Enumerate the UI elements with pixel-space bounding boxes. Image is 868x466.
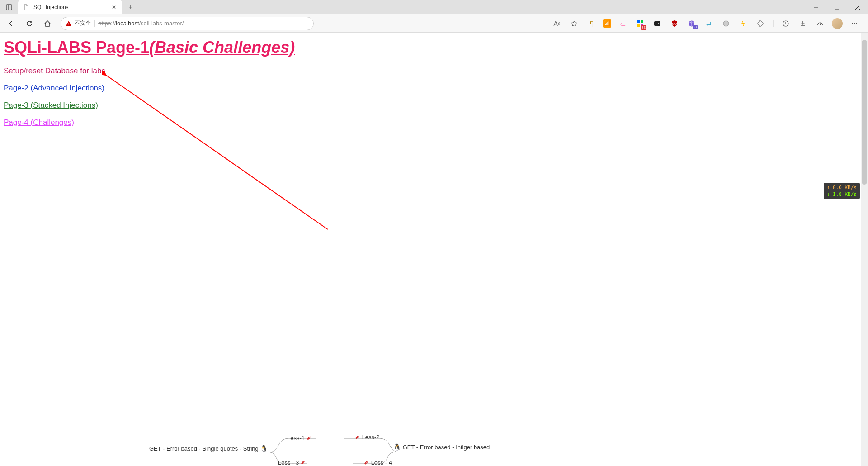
svg-rect-7	[637, 20, 640, 23]
title-bar: SQL Injections ✕ +	[0, 0, 868, 14]
home-button[interactable]	[40, 16, 55, 31]
svg-rect-11	[654, 21, 660, 26]
maximize-button[interactable]	[826, 0, 847, 14]
refresh-button[interactable]	[22, 16, 37, 31]
profile-avatar[interactable]	[832, 18, 843, 29]
pen-icon: ✒	[353, 433, 362, 442]
record-icon[interactable]	[721, 18, 731, 29]
page-title: SQLi-LABS Page-1(Basic Challenges)	[4, 37, 864, 58]
link-page3: Page-3 (Stacked Injections)	[4, 101, 864, 110]
history-icon[interactable]	[780, 18, 791, 29]
vertical-scrollbar[interactable]	[861, 33, 868, 466]
mindmap-node1-sub1: Less-1	[287, 435, 305, 442]
tab-actions-icon[interactable]	[0, 0, 18, 14]
svg-point-13	[658, 23, 659, 24]
pen-icon: ✒	[299, 458, 308, 466]
link-setup-db-anchor[interactable]: Setup/reset Database for labs	[4, 67, 105, 75]
mindmap-node1-label: GET - Error based - Single quotes - Stri…	[149, 445, 259, 452]
back-button[interactable]	[4, 16, 19, 31]
svg-text:!: !	[68, 22, 70, 26]
page-content: SQLi-LABS Page-1(Basic Challenges) Setup…	[0, 33, 868, 466]
warning-icon: !	[66, 20, 72, 27]
svg-rect-3	[835, 5, 839, 10]
cat-icon[interactable]: ᓚ	[618, 18, 628, 29]
link-page2-anchor[interactable]: Page-2 (Advanced Injections)	[4, 84, 104, 92]
screenshot-icon[interactable]	[652, 18, 663, 29]
read-aloud-icon[interactable]: A))	[552, 18, 562, 29]
mindmap-node2-sub2: Less - 4	[371, 459, 392, 466]
link-page2: Page-2 (Advanced Injections)	[4, 84, 864, 93]
page-icon	[23, 4, 30, 11]
box-icon[interactable]: 8	[686, 18, 697, 29]
paragraph-icon[interactable]: ¶	[586, 18, 597, 29]
close-icon[interactable]: ✕	[110, 4, 118, 11]
svg-rect-0	[6, 5, 12, 10]
browser-tab[interactable]: SQL Injections ✕	[18, 0, 122, 14]
link-page4-anchor[interactable]: Page-4 (Challenges)	[4, 118, 74, 127]
close-window-button[interactable]	[847, 0, 868, 14]
penguin-icon: 🐧	[393, 443, 401, 451]
rss-icon[interactable]: 📶	[603, 19, 611, 28]
shield-icon[interactable]: uO	[669, 18, 680, 29]
mindmap-node1-sub2: Less - 3	[278, 459, 299, 466]
sync-icon[interactable]: ⇄	[703, 18, 714, 29]
svg-line-17	[105, 75, 328, 229]
svg-point-12	[656, 23, 656, 24]
tab-title: SQL Injections	[33, 4, 107, 10]
link-page3-anchor[interactable]: Page-3 (Stacked Injections)	[4, 101, 98, 109]
upload-speed: ↑ 0.0 KB/s	[827, 184, 857, 191]
pikachu-icon[interactable]: ϟ	[738, 18, 749, 29]
link-page4: Page-4 (Challenges)	[4, 118, 864, 127]
mindmap-overlay: GET - Error based - Single quotes - Stri…	[0, 425, 868, 466]
svg-text:uO: uO	[672, 22, 677, 26]
favorite-icon[interactable]	[569, 18, 580, 29]
downloads-icon[interactable]	[797, 18, 808, 29]
performance-icon[interactable]	[815, 18, 826, 29]
mindmap-node2-label: GET - Error based - Intiger based	[403, 444, 490, 451]
pen-icon: ✒	[362, 458, 371, 466]
more-icon[interactable]: ⋯	[849, 18, 860, 29]
svg-rect-9	[637, 24, 640, 27]
scroll-thumb[interactable]	[862, 40, 867, 185]
insecure-label: 不安全	[75, 19, 91, 27]
annotation-arrow	[102, 71, 337, 238]
network-speed-overlay: ↑ 0.0 KB/s ↓ 1.8 KB/s	[824, 183, 860, 199]
puzzle-badge-icon[interactable]: 33	[635, 18, 646, 29]
minimize-button[interactable]	[806, 0, 826, 14]
url-text: https://localhost/sqli-labs-master/	[98, 20, 184, 27]
svg-rect-8	[641, 20, 643, 23]
new-tab-button[interactable]: +	[124, 0, 137, 14]
svg-point-15	[723, 21, 729, 26]
penguin-icon: 🐧	[260, 445, 268, 452]
address-bar[interactable]: ! 不安全 | https://localhost/sqli-labs-mast…	[61, 17, 314, 30]
toolbar: ! 不安全 | https://localhost/sqli-labs-mast…	[0, 14, 868, 33]
link-setup-db: Setup/reset Database for labs	[4, 67, 864, 76]
mindmap-node2-sub1: Less-2	[362, 434, 380, 441]
download-speed: ↓ 1.8 KB/s	[827, 191, 857, 198]
extensions-icon[interactable]	[755, 18, 766, 29]
pen-icon: ✒	[305, 433, 314, 442]
